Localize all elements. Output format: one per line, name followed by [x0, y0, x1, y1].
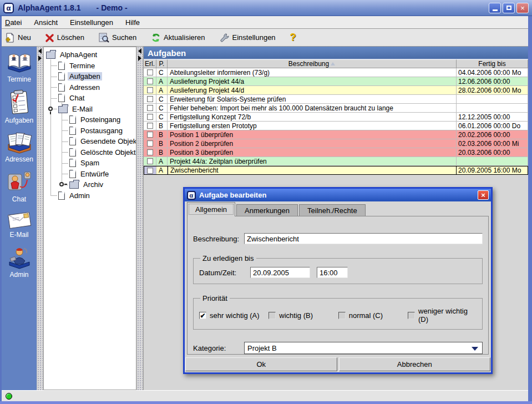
priority-option[interactable]: ✔sehr wichtig (A) — [199, 311, 268, 320]
refresh-button[interactable]: Aktualisieren — [151, 33, 205, 43]
sidebar-item-admin[interactable]: Admin — [2, 245, 37, 279]
task-done-checkbox[interactable] — [147, 96, 153, 102]
checkbox-icon[interactable] — [268, 312, 276, 319]
delete-button[interactable]: Löschen — [45, 33, 84, 42]
maximize-button[interactable] — [503, 3, 515, 13]
panel-title: Aufgaben — [144, 47, 528, 59]
task-due-cell: 06.01.2006 00:00 Do — [457, 122, 528, 130]
splitter-sidebar[interactable] — [37, 47, 43, 390]
task-priority-cell: C — [156, 68, 168, 77]
cancel-button[interactable]: Abbrechen — [339, 357, 491, 371]
table-row[interactable]: BFertigstellung ersten Prototyp06.01.200… — [144, 122, 528, 130]
checkbox-icon[interactable]: ✔ — [199, 312, 206, 319]
chat-icon — [7, 170, 32, 194]
tree-item-alphaagent[interactable]: AlphaAgent — [44, 49, 136, 60]
task-done-checkbox[interactable] — [147, 149, 153, 155]
task-done-checkbox[interactable] — [147, 132, 153, 138]
table-row[interactable]: BPosition 1 überprüfen20.02.2006 00:00 — [144, 130, 528, 139]
sidebar-item-adressen[interactable]: Adressen — [2, 131, 37, 163]
expanded-handle-icon[interactable] — [48, 107, 53, 111]
tree-item-label: Chat — [68, 94, 86, 102]
tab-content: Beschreibung: Zu erledigen bis Datum/Zei… — [187, 216, 489, 355]
date-input[interactable] — [250, 267, 310, 278]
table-row[interactable]: AAuslieferung Projekt 44/d28.02.2006 00:… — [144, 86, 528, 95]
task-done-checkbox[interactable] — [147, 168, 153, 174]
column-header-fertig-bis[interactable]: Fertig bis — [457, 59, 528, 68]
sidebar-item-termine[interactable]: Termine — [2, 51, 37, 83]
column-header-p[interactable]: P. — [156, 59, 168, 68]
minimize-button[interactable] — [489, 3, 501, 13]
task-done-cell — [144, 166, 156, 175]
description-input[interactable] — [244, 233, 483, 244]
priority-option[interactable]: weniger wichtig (D) — [408, 307, 477, 324]
priority-option[interactable]: wichtig (B) — [268, 311, 338, 320]
table-row[interactable]: AProjekt 44/a: Zeitplan überprüfen — [144, 157, 528, 166]
tree-item-e-mail[interactable]: E-Mail — [44, 104, 136, 115]
tree-item-spam[interactable]: Spam — [44, 158, 136, 169]
tree-item-entwürfe[interactable]: Entwürfe — [44, 169, 136, 180]
close-button[interactable]: × — [516, 3, 529, 13]
checkbox-icon[interactable] — [408, 312, 415, 319]
table-row[interactable]: CFertigstellung Konzept 72/b12.12.2005 0… — [144, 113, 528, 122]
tree-item-termine[interactable]: Termine — [44, 60, 136, 72]
priority-option[interactable]: normal (C) — [338, 311, 408, 320]
settings-button[interactable]: Einstellungen — [220, 33, 276, 43]
table-row[interactable]: BPosition 2 überprüfen02.03.2006 00:00 M… — [144, 139, 528, 148]
task-done-checkbox[interactable] — [147, 78, 153, 84]
tree-item-chat[interactable]: Chat — [44, 93, 136, 104]
tab-anmerkungen[interactable]: Anmerkungen — [236, 204, 298, 216]
tab-teilneh-rechte[interactable]: Teilneh./Rechte — [299, 204, 366, 216]
column-header-erl[interactable]: Erl. — [144, 59, 156, 68]
expand-right-icon[interactable] — [138, 55, 141, 61]
sidebar-item-chat[interactable]: Chat — [2, 170, 37, 203]
menu-item-datei[interactable]: Datei — [5, 18, 22, 27]
new-document-icon — [5, 33, 15, 43]
collapse-left-icon[interactable] — [38, 48, 42, 54]
time-input[interactable] — [317, 267, 348, 278]
menu-item-ansicht[interactable]: Ansicht — [34, 18, 58, 27]
ok-button[interactable]: Ok — [185, 357, 337, 371]
sidebar-item-aufgaben[interactable]: Aufgaben — [2, 90, 37, 124]
collapse-left-icon[interactable] — [138, 48, 141, 54]
table-row[interactable]: AAuslieferung Projekt 44/a12.06.2006 00:… — [144, 77, 528, 86]
table-row[interactable]: AZwischenbericht20.09.2005 16:00 Mo — [144, 166, 528, 175]
new-button[interactable]: Neu — [5, 33, 31, 43]
tab-allgemein[interactable]: Allgemein — [187, 202, 235, 216]
tree-item-gelöschte-objekte[interactable]: Gelöschte Objekte — [44, 147, 136, 158]
splitter-tree[interactable] — [136, 47, 143, 390]
expand-right-icon[interactable] — [38, 55, 42, 61]
collapsed-handle-icon[interactable] — [59, 182, 64, 186]
tree-item-gesendete-objekte[interactable]: Gesendete Objekte — [44, 136, 136, 147]
category-dropdown[interactable]: Projekt B — [244, 342, 483, 354]
tree-item-label: Termine — [68, 62, 97, 70]
dialog-close-button[interactable]: × — [478, 190, 489, 200]
task-due-cell — [457, 95, 528, 104]
checkbox-icon[interactable] — [338, 312, 346, 319]
category-label: Kategorie: — [193, 344, 244, 352]
task-done-checkbox[interactable] — [147, 87, 153, 93]
help-button[interactable]: ? — [290, 32, 296, 43]
tree-item-adressen[interactable]: Adressen — [44, 82, 136, 93]
table-row[interactable]: CErweiterung für Solaris-Systeme prüfen — [144, 95, 528, 104]
tree-item-posteingang[interactable]: Posteingang — [44, 114, 136, 125]
task-done-checkbox[interactable] — [147, 105, 153, 111]
tree-item-admin[interactable]: Admin — [44, 190, 136, 201]
sidebar-item-email[interactable]: E-Mail — [2, 210, 37, 239]
task-done-checkbox[interactable] — [147, 140, 153, 147]
task-done-checkbox[interactable] — [147, 114, 153, 120]
task-done-checkbox[interactable] — [147, 123, 153, 129]
document-icon — [69, 170, 76, 178]
task-done-checkbox[interactable] — [147, 158, 153, 164]
table-row[interactable]: CAbteilungsleiter informieren (73/g)04.0… — [144, 68, 528, 77]
menu-item-hilfe[interactable]: Hilfe — [125, 18, 140, 27]
tree-item-archiv[interactable]: Archiv — [44, 179, 136, 190]
task-done-checkbox[interactable] — [147, 69, 153, 75]
category-value: Projekt B — [247, 344, 277, 352]
tree-item-postausgang[interactable]: Postausgang — [44, 125, 136, 137]
search-button[interactable]: Suchen — [99, 33, 136, 43]
table-row[interactable]: CFehler beheben: Import bei mehr als 100… — [144, 104, 528, 113]
column-header-beschreibung[interactable]: Beschreibung — [168, 59, 457, 68]
tree-item-aufgaben[interactable]: Aufgaben — [44, 71, 136, 82]
table-row[interactable]: BPosition 3 überprüfen20.03.2006 00:00 — [144, 148, 528, 157]
menu-item-einstellungen[interactable]: Einstellungen — [70, 18, 113, 27]
